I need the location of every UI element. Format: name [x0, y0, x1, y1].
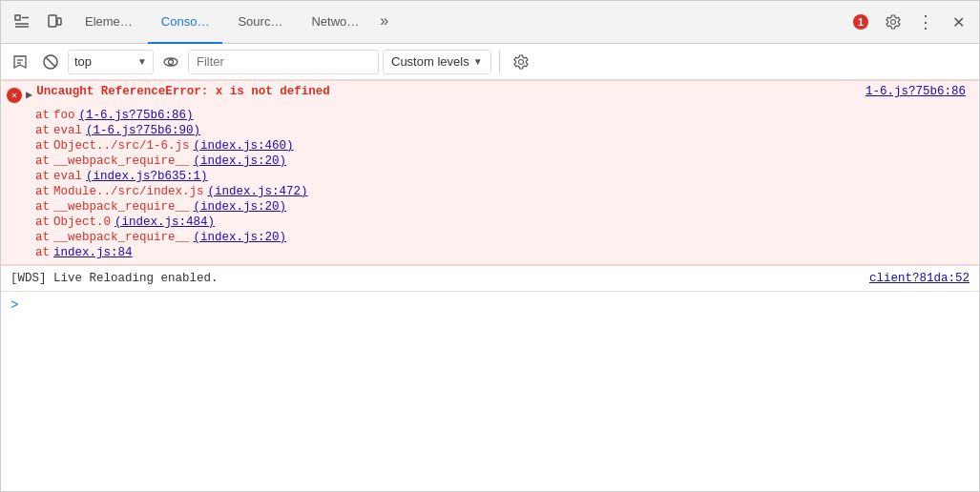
inspect-element-button[interactable] — [7, 7, 37, 37]
stack-loc-2[interactable]: (index.js:460) — [194, 139, 294, 153]
devtools-toolbar: Eleme… Conso… Sourc… Netwo… » 1 ⋮ ✕ — [1, 1, 979, 44]
svg-rect-5 — [57, 18, 61, 25]
settings-button[interactable] — [878, 7, 908, 37]
context-label: top — [74, 54, 92, 69]
custom-levels-button[interactable]: Custom levels ▼ — [383, 50, 491, 74]
error-block: ✕ ▶ Uncaught ReferenceError: x is not de… — [1, 80, 979, 265]
console-input-row: > — [1, 291, 979, 318]
stack-loc-9[interactable]: index.js:84 — [53, 246, 133, 259]
stack-trace: at foo (1-6.js?75b6:86) at eval (1-6.js?… — [1, 108, 979, 264]
svg-rect-0 — [15, 15, 20, 20]
clear-console-button[interactable] — [7, 49, 33, 75]
error-main-source[interactable]: 1-6.js?75b6:86 — [865, 85, 973, 98]
console-input[interactable] — [24, 298, 970, 312]
toolbar-separator — [499, 51, 500, 73]
stack-loc-6[interactable]: (index.js:20) — [194, 200, 287, 214]
svg-point-12 — [169, 59, 174, 64]
tab-network[interactable]: Netwo… — [298, 1, 372, 44]
stack-loc-1[interactable]: (1-6.js?75b6:90) — [86, 124, 200, 137]
stack-loc-0[interactable]: (1-6.js?75b6:86) — [79, 109, 194, 122]
stack-loc-4[interactable]: (index.js?b635:1) — [86, 170, 208, 183]
stack-line-7: at Object.0 (index.js:484) — [35, 215, 979, 230]
stack-loc-3[interactable]: (index.js:20) — [194, 154, 287, 168]
stop-errors-button[interactable] — [37, 49, 64, 75]
stack-line-1: at eval (1-6.js?75b6:90) — [35, 123, 979, 138]
stack-line-5: at Module../src/index.js (index.js:472) — [35, 184, 979, 199]
svg-rect-4 — [49, 15, 56, 27]
stack-line-2: at Object../src/1-6.js (index.js:460) — [35, 138, 979, 154]
error-dot: 1 — [853, 14, 868, 30]
error-message: Uncaught ReferenceError: x is not define… — [36, 85, 862, 98]
more-tabs-button[interactable]: » — [374, 1, 394, 44]
stack-loc-8[interactable]: (index.js:20) — [194, 231, 287, 244]
stack-line-0: at foo (1-6.js?75b6:86) — [35, 108, 979, 123]
tab-console[interactable]: Conso… — [148, 1, 223, 44]
device-mode-button[interactable] — [39, 7, 70, 37]
context-select[interactable]: top ▼ — [68, 50, 154, 74]
info-message: [WDS] Live Reloading enabled. — [10, 272, 219, 285]
eye-button[interactable] — [157, 49, 184, 75]
custom-levels-label: Custom levels — [391, 54, 469, 69]
stack-line-4: at eval (index.js?b635:1) — [35, 169, 979, 184]
stack-line-9: at index.js:84 — [35, 245, 979, 260]
svg-line-10 — [46, 57, 55, 67]
prompt-chevron: > — [10, 297, 18, 313]
svg-marker-6 — [14, 56, 26, 68]
error-main-row: ✕ ▶ Uncaught ReferenceError: x is not de… — [1, 81, 979, 108]
stack-loc-5[interactable]: (index.js:472) — [208, 185, 308, 198]
stack-loc-7[interactable]: (index.js:484) — [115, 215, 215, 229]
console-content: ✕ ▶ Uncaught ReferenceError: x is not de… — [1, 80, 979, 492]
error-icon: ✕ — [7, 88, 22, 103]
stack-line-6: at __webpack_require__ (index.js:20) — [35, 199, 979, 215]
console-toolbar: top ▼ Custom levels ▼ — [1, 44, 979, 80]
tab-elements[interactable]: Eleme… — [72, 1, 146, 44]
stack-line-8: at __webpack_require__ (index.js:20) — [35, 230, 979, 245]
filter-input[interactable] — [188, 50, 379, 74]
more-options-button[interactable]: ⋮ — [910, 7, 941, 37]
tab-sources[interactable]: Sourc… — [224, 1, 296, 44]
info-source[interactable]: client?81da:52 — [869, 272, 970, 285]
error-badge[interactable]: 1 — [845, 14, 876, 30]
console-settings-button[interactable] — [508, 49, 534, 75]
expand-arrow[interactable]: ▶ — [26, 88, 32, 102]
stack-line-3: at __webpack_require__ (index.js:20) — [35, 154, 979, 169]
close-devtools-button[interactable]: ✕ — [943, 7, 973, 37]
custom-levels-arrow: ▼ — [473, 56, 483, 67]
context-select-arrow: ▼ — [137, 56, 147, 67]
info-row: [WDS] Live Reloading enabled. client?81d… — [1, 265, 979, 291]
